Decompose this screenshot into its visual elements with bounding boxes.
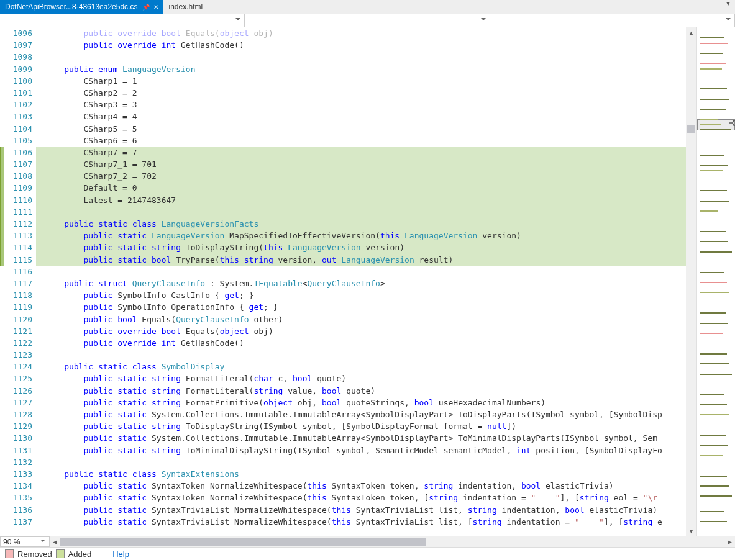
- code-line[interactable]: public static SyntaxTriviaList Normalize…: [36, 504, 686, 516]
- tab-active[interactable]: DotNetApiBrowser...8-43613ea2e5dc.cs 📌 ✕: [0, 0, 163, 14]
- line-number: 1118: [4, 289, 32, 301]
- code-line[interactable]: public static class LanguageVersionFacts: [36, 218, 686, 230]
- code-line[interactable]: public override bool Equals(object obj): [36, 325, 686, 337]
- code-line[interactable]: public static bool TryParse(this string …: [36, 254, 686, 266]
- removed-swatch: [5, 549, 14, 558]
- scroll-right-icon[interactable]: ▶: [724, 536, 735, 547]
- scroll-track-y[interactable]: [686, 38, 696, 526]
- line-number: 1117: [4, 278, 32, 289]
- minimap-mark: [700, 241, 728, 242]
- line-number: 1115: [4, 254, 32, 266]
- zoom-dropdown[interactable]: 90 %: [0, 536, 50, 547]
- minimap-mark: [700, 511, 724, 512]
- code-line[interactable]: public static System.Collections.Immutab…: [36, 409, 686, 420]
- scroll-track-x[interactable]: [60, 536, 724, 547]
- minimap-mark: [700, 170, 723, 171]
- nav-type-dropdown[interactable]: [245, 14, 490, 27]
- code-editor[interactable]: 1096109710981099110011011102110311041105…: [0, 27, 735, 536]
- code-line[interactable]: CSharp6 = 6: [36, 135, 686, 147]
- help-link[interactable]: Help: [112, 549, 129, 559]
- scroll-left-icon[interactable]: ◀: [50, 536, 60, 547]
- minimap-mark: [700, 99, 729, 100]
- code-area[interactable]: public override bool Equals(object obj) …: [36, 27, 686, 536]
- nav-scope-dropdown[interactable]: [0, 14, 245, 27]
- code-line[interactable]: public static System.Collections.Immutab…: [36, 432, 686, 444]
- pin-icon[interactable]: 📌: [142, 4, 150, 11]
- line-number: 1121: [4, 325, 32, 337]
- minimap-mark: [700, 53, 723, 54]
- code-line[interactable]: public SymbolInfo CastInfo { get; }: [36, 289, 686, 301]
- minimap-mark: [700, 272, 724, 273]
- code-line[interactable]: public override bool Equals(object obj): [36, 27, 686, 39]
- line-number: 1134: [4, 480, 32, 492]
- code-line[interactable]: public static string ToDisplayString(ISy…: [36, 420, 686, 432]
- code-line[interactable]: public static string ToMinimalDisplayStr…: [36, 445, 686, 456]
- scroll-thumb-x[interactable]: [60, 538, 426, 546]
- code-line[interactable]: CSharp2 = 2: [36, 87, 686, 99]
- code-line[interactable]: public static string FormatPrimitive(obj…: [36, 397, 686, 409]
- line-number: 1137: [4, 516, 32, 528]
- code-line[interactable]: public static class SyntaxExtensions: [36, 468, 686, 480]
- minimap-mark: [700, 165, 728, 166]
- code-line[interactable]: public SymbolInfo OperationInfo { get; }: [36, 301, 686, 313]
- code-line[interactable]: public static class SymbolDisplay: [36, 361, 686, 373]
- close-icon[interactable]: ✕: [153, 4, 158, 11]
- code-line[interactable]: public static LanguageVersion MapSpecifi…: [36, 230, 686, 242]
- code-line[interactable]: public struct QueryClauseInfo : System.I…: [36, 278, 686, 289]
- minimap-mark: [700, 476, 727, 477]
- code-line[interactable]: [36, 51, 686, 63]
- minimap-mark: [700, 455, 723, 456]
- nav-member-dropdown[interactable]: [490, 14, 735, 27]
- scroll-up-icon[interactable]: ▲: [686, 27, 696, 38]
- minimap-mark: [700, 485, 729, 487]
- code-line[interactable]: CSharp4 = 4: [36, 111, 686, 122]
- code-line[interactable]: Default = 0: [36, 182, 686, 194]
- code-line[interactable]: CSharp7 = 7: [36, 147, 686, 158]
- minimap-mark: [700, 333, 723, 334]
- code-line[interactable]: public static SyntaxTriviaList Normalize…: [36, 516, 686, 528]
- line-number: 1114: [4, 242, 32, 253]
- code-line[interactable]: [36, 266, 686, 278]
- code-line[interactable]: public static SyntaxToken NormalizeWhite…: [36, 480, 686, 492]
- code-line[interactable]: [36, 349, 686, 361]
- tab-overflow-icon[interactable]: ▼: [721, 0, 735, 14]
- horizontal-scrollbar[interactable]: ◀ ▶: [50, 536, 735, 547]
- code-line[interactable]: CSharp3 = 3: [36, 99, 686, 111]
- code-line[interactable]: public static string FormatLiteral(char …: [36, 373, 686, 384]
- minimap-mark: [700, 521, 727, 522]
- code-line[interactable]: public static string ToDisplayString(thi…: [36, 242, 686, 253]
- line-number-gutter: 1096109710981099110011011102110311041105…: [4, 27, 36, 536]
- tab-label: DotNetApiBrowser...8-43613ea2e5dc.cs: [5, 2, 137, 11]
- code-line[interactable]: CSharp5 = 5: [36, 123, 686, 135]
- line-number: 1104: [4, 123, 32, 135]
- code-minimap[interactable]: [696, 27, 735, 536]
- minimap-mark: [700, 231, 726, 232]
- scroll-thumb-y[interactable]: [687, 125, 695, 133]
- line-number: 1113: [4, 230, 32, 242]
- minimap-mark: [700, 363, 729, 364]
- code-line[interactable]: public static string FormatLiteral(strin…: [36, 385, 686, 397]
- minimap-mark: [700, 68, 722, 70]
- line-number: 1127: [4, 397, 32, 409]
- code-line[interactable]: CSharp7_1 = 701: [36, 158, 686, 170]
- line-number: 1133: [4, 468, 32, 480]
- code-line[interactable]: CSharp1 = 1: [36, 75, 686, 87]
- scroll-down-icon[interactable]: ▼: [686, 526, 696, 536]
- code-line[interactable]: Latest = 2147483647: [36, 194, 686, 206]
- minimap-mark: [700, 435, 726, 436]
- code-line[interactable]: public bool Equals(QueryClauseInfo other…: [36, 314, 686, 325]
- vertical-scrollbar[interactable]: ▲ ▼: [686, 27, 696, 536]
- added-label: Added: [68, 549, 92, 559]
- minimap-mark: [700, 88, 727, 89]
- tab-inactive[interactable]: index.html: [163, 0, 208, 14]
- code-line[interactable]: public override int GetHashCode(): [36, 39, 686, 51]
- code-line[interactable]: [36, 456, 686, 468]
- code-line[interactable]: [36, 206, 686, 218]
- code-line[interactable]: public override int GetHashCode(): [36, 337, 686, 349]
- code-line[interactable]: public enum LanguageVersion: [36, 63, 686, 75]
- line-number: 1102: [4, 99, 32, 111]
- code-line[interactable]: CSharp7_2 = 702: [36, 170, 686, 182]
- code-line[interactable]: public static SyntaxToken NormalizeWhite…: [36, 492, 686, 504]
- minimap-caret-icon: [729, 119, 735, 127]
- line-number: 1105: [4, 135, 32, 147]
